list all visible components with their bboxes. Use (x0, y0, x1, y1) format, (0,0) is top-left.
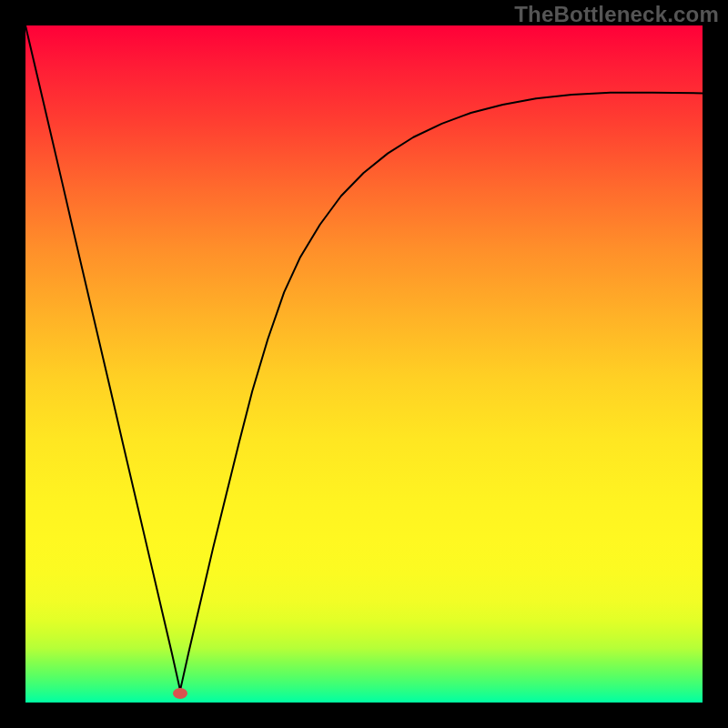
watermark-text: TheBottleneck.com (514, 2, 719, 27)
bottleneck-curve (25, 25, 703, 691)
chart-frame: TheBottleneck.com (0, 0, 728, 728)
curve-layer (25, 25, 703, 703)
marker-dot (173, 688, 187, 699)
plot-area (25, 25, 703, 703)
